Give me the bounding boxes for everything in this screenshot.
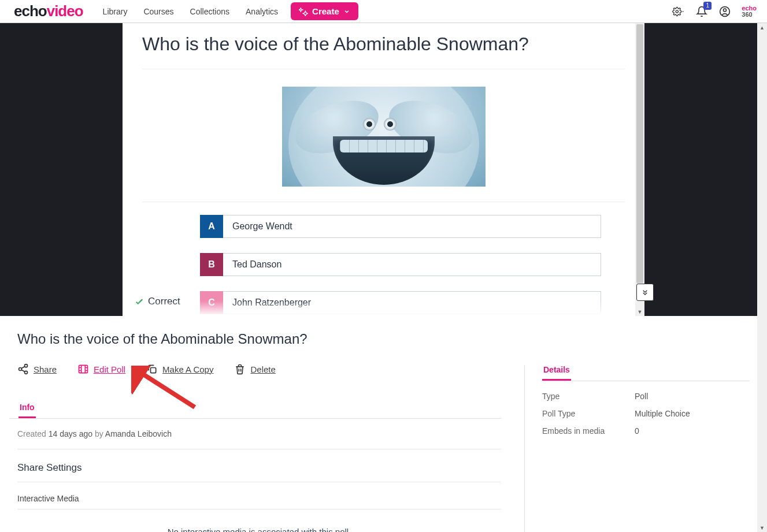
topnav-right: 1 echo 360 xyxy=(672,5,757,18)
svg-rect-7 xyxy=(151,368,156,373)
details-title: Who is the voice of the Abominable Snowm… xyxy=(17,331,750,347)
poll-preview-stage: Who is the voice of the Abominable Snowm… xyxy=(0,23,767,316)
copy-icon xyxy=(146,363,158,375)
details-val-embeds: 0 xyxy=(635,426,750,436)
account-icon[interactable] xyxy=(718,5,731,18)
answer-letter: C xyxy=(200,291,223,314)
edit-poll-action[interactable]: Edit Poll xyxy=(77,363,125,375)
details-key-polltype: Poll Type xyxy=(542,409,635,418)
tab-info[interactable]: Info xyxy=(18,403,36,418)
creator-name[interactable]: Amanda Leibovich xyxy=(105,429,172,438)
answer-list: A George Wendt B Ted Danson Correct C Jo… xyxy=(200,215,601,314)
preview-scrollbar[interactable]: ▲ ▼ xyxy=(635,23,644,316)
answer-row[interactable]: A George Wendt xyxy=(200,215,601,238)
poll-image-wrap xyxy=(142,81,625,202)
brand-part2: video xyxy=(47,2,83,20)
double-chevron-down-icon xyxy=(640,288,650,297)
page-scrollbar[interactable]: ▲ ▼ xyxy=(757,23,767,532)
poll-image xyxy=(282,87,486,187)
details-val-type: Poll xyxy=(635,392,750,401)
check-icon xyxy=(134,296,144,307)
svg-point-4 xyxy=(19,368,22,371)
settings-icon[interactable] xyxy=(672,5,685,18)
info-column: Info Created 14 days ago by Amanda Leibo… xyxy=(17,392,524,532)
details-key-type: Type xyxy=(542,392,635,401)
share-settings-heading: Share Settings xyxy=(17,462,501,482)
share-icon xyxy=(17,363,29,375)
poll-question: Who is the voice of the Abominable Snowm… xyxy=(142,34,625,69)
interactive-media-heading: Interactive Media xyxy=(17,494,501,509)
created-line: Created 14 days ago by Amanda Leibovich xyxy=(17,429,501,449)
details-val-polltype: Multiple Choice xyxy=(635,409,750,418)
tab-details[interactable]: Details xyxy=(542,365,571,381)
nav-links: Library Courses Collections Analytics xyxy=(103,7,278,16)
top-nav: echovideo Library Courses Collections An… xyxy=(0,0,767,23)
delete-action[interactable]: Delete xyxy=(234,363,275,375)
details-key-embeds: Embeds in media xyxy=(542,426,635,436)
details-column: Details Type Poll Poll Type Multiple Cho… xyxy=(524,365,750,532)
notifications-icon[interactable]: 1 xyxy=(695,5,708,18)
share-action[interactable]: Share xyxy=(17,363,57,375)
film-icon xyxy=(77,363,89,375)
expand-button[interactable] xyxy=(636,284,654,301)
details-grid: Type Poll Poll Type Multiple Choice Embe… xyxy=(542,392,750,436)
no-media-message: No interactive media is associated with … xyxy=(17,527,501,532)
answer-row[interactable]: B Ted Danson xyxy=(200,253,601,276)
answer-text: John Ratzenberger xyxy=(223,291,601,314)
nav-library[interactable]: Library xyxy=(103,7,128,16)
poll-preview-panel: Who is the voice of the Abominable Snowm… xyxy=(123,23,644,316)
details-panel: Who is the voice of the Abominable Snowm… xyxy=(0,316,767,532)
answer-letter: B xyxy=(200,253,223,276)
svg-point-5 xyxy=(25,371,28,374)
notifications-badge: 1 xyxy=(703,2,712,10)
org-logo[interactable]: echo 360 xyxy=(742,5,757,18)
chevron-down-icon xyxy=(343,8,350,15)
scroll-down-icon[interactable]: ▼ xyxy=(635,307,644,316)
create-button-label: Create xyxy=(312,6,339,16)
nav-collections[interactable]: Collections xyxy=(190,7,229,16)
sparkle-icon xyxy=(299,7,308,16)
scrollbar-thumb[interactable] xyxy=(636,24,643,283)
answer-text: George Wendt xyxy=(223,215,601,238)
svg-rect-6 xyxy=(79,365,88,373)
make-copy-action[interactable]: Make A Copy xyxy=(146,363,213,375)
nav-analytics[interactable]: Analytics xyxy=(246,7,278,16)
trash-icon xyxy=(234,363,246,375)
svg-point-3 xyxy=(25,364,28,367)
brand-logo[interactable]: echovideo xyxy=(14,2,83,20)
svg-point-2 xyxy=(724,9,727,12)
svg-point-0 xyxy=(676,10,679,12)
create-button[interactable]: Create xyxy=(291,2,358,20)
nav-courses[interactable]: Courses xyxy=(143,7,173,16)
answer-text: Ted Danson xyxy=(223,253,601,276)
answer-row[interactable]: Correct C John Ratzenberger xyxy=(200,291,601,314)
brand-part1: echo xyxy=(14,2,47,20)
scroll-up-icon[interactable]: ▲ xyxy=(757,23,767,32)
scroll-down-icon[interactable]: ▼ xyxy=(757,523,767,532)
correct-indicator: Correct xyxy=(134,296,180,307)
answer-letter: A xyxy=(200,215,223,238)
